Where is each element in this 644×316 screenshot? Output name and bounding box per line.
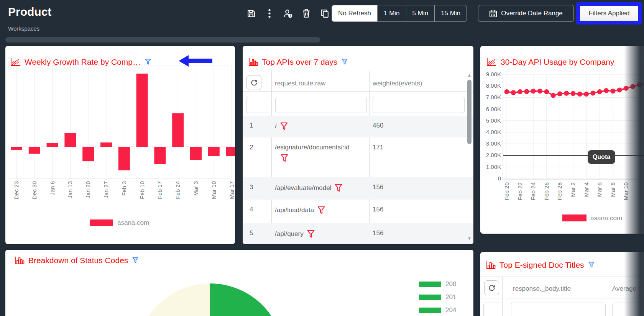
data-point[interactable] (524, 89, 529, 94)
data-point[interactable] (577, 92, 582, 97)
table-row[interactable]: 1/450 (243, 116, 473, 138)
data-point[interactable] (551, 93, 556, 98)
data-point[interactable] (604, 88, 609, 93)
column-header-doc-title[interactable]: response._body.title (513, 285, 571, 293)
filter-funnel-icon[interactable] (588, 261, 595, 269)
x-axis-label: Feb 24 (174, 181, 181, 199)
user-info-button[interactable]: i (282, 8, 294, 19)
filter-input[interactable] (511, 303, 606, 316)
bar-dec-23[interactable] (11, 147, 22, 150)
bar-feb-24[interactable] (172, 113, 184, 147)
filter-funnel-icon[interactable] (280, 154, 289, 163)
status-codes-legend: 200201204 (419, 280, 456, 316)
bar-dec-30[interactable] (29, 147, 40, 154)
workspaces-scrollbar[interactable] (5, 37, 320, 43)
filters-applied-button[interactable]: Filters Applied (580, 6, 638, 21)
filter-input-rank[interactable] (246, 97, 269, 113)
data-point[interactable] (511, 90, 516, 95)
data-point[interactable] (571, 91, 576, 96)
data-point[interactable] (518, 89, 522, 94)
column-header-average[interactable]: Average (612, 285, 636, 293)
bar-feb-3[interactable] (118, 147, 130, 170)
data-point[interactable] (564, 91, 569, 96)
filter-funnel-icon[interactable] (334, 183, 343, 193)
refresh-option-no-refresh[interactable]: No Refresh (332, 5, 377, 21)
table-refresh-button[interactable] (246, 75, 261, 90)
filter-funnel-icon[interactable] (145, 58, 151, 66)
data-point[interactable] (624, 86, 629, 91)
data-point[interactable] (544, 89, 549, 94)
api-usage-line-chart[interactable]: 9.00K8.00K7.00K6.00K5.00K4.00K3.00K2.00K… (480, 46, 644, 234)
bar-chart-icon (486, 260, 496, 270)
data-point[interactable] (610, 88, 615, 93)
delete-button[interactable] (301, 8, 312, 19)
filter-input[interactable] (612, 303, 644, 316)
weekly-growth-bar-chart[interactable]: Dec 23Dec 30Jan 6Jan 13Jan 20Jan 27Feb 3… (5, 46, 235, 244)
duplicate-button[interactable] (319, 8, 330, 19)
bar-mar-3[interactable] (190, 147, 202, 160)
workspaces-label[interactable]: Workspaces (8, 25, 39, 32)
legend-item[interactable]: 201 (419, 293, 456, 301)
legend-item[interactable]: 204 (419, 306, 456, 314)
quota-badge: Quota (588, 150, 615, 164)
refresh-option-1-min[interactable]: 1 Min (377, 5, 406, 21)
data-point[interactable] (504, 89, 509, 94)
scrollbar-up-arrow[interactable]: ▲ (467, 73, 472, 77)
data-point[interactable] (557, 91, 562, 96)
filter-input[interactable] (483, 303, 503, 316)
weighted-events-cell: 156 (369, 200, 473, 213)
filter-input-route[interactable] (275, 97, 367, 113)
refresh-option-5-min[interactable]: 5 Min (406, 5, 435, 21)
scrollbar-thumb[interactable] (467, 80, 472, 144)
data-point[interactable] (590, 91, 595, 96)
route-cell: /api/query (271, 223, 369, 239)
filter-funnel-icon[interactable] (317, 206, 325, 215)
bar-feb-17[interactable] (154, 147, 166, 164)
y-axis-label: 1.00K (486, 164, 501, 170)
kebab-menu-button[interactable] (264, 8, 275, 19)
table-row[interactable]: 3/api/evaluate/model156 (243, 177, 473, 200)
table-row[interactable]: 5/api/query156 (243, 223, 473, 244)
data-point[interactable] (531, 88, 536, 93)
calendar-icon (489, 10, 497, 18)
panel-title-status-codes: Breakdown of Status Codes (28, 256, 128, 265)
bar-mar-10[interactable] (208, 147, 220, 156)
override-date-range-button[interactable]: Override Date Range (478, 5, 574, 22)
data-point[interactable] (537, 88, 542, 93)
weighted-events-cell: 171 (369, 138, 473, 151)
save-button[interactable] (245, 8, 257, 19)
bar-mar-17[interactable] (226, 147, 235, 156)
bar-feb-10[interactable] (136, 74, 148, 147)
bar-jan-13[interactable] (64, 133, 76, 147)
status-codes-pie-chart[interactable] (136, 283, 284, 316)
refresh-option-15-min[interactable]: 15 Min (434, 5, 467, 21)
data-point[interactable] (597, 89, 602, 94)
legend-swatch (419, 282, 441, 287)
filter-funnel-icon[interactable] (341, 58, 348, 66)
override-date-range-label: Override Date Range (501, 10, 563, 17)
y-axis-label: 3.00K (486, 140, 501, 147)
data-point[interactable] (637, 82, 642, 87)
rank-cell: 5 (243, 223, 271, 237)
column-header-weighted[interactable]: weighted(events) (373, 80, 422, 87)
table-refresh-button[interactable] (484, 280, 499, 295)
bar-jan-6[interactable] (47, 143, 58, 147)
bar-jan-27[interactable] (100, 142, 112, 147)
x-axis-label: Mar 4 (583, 182, 590, 197)
filter-funnel-icon[interactable] (132, 257, 139, 264)
table-row[interactable]: 4/api/load/data156 (243, 200, 473, 223)
data-point[interactable] (617, 87, 622, 92)
y-axis-label: 6.00K (486, 106, 501, 112)
filter-funnel-icon[interactable] (280, 122, 288, 131)
data-point[interactable] (630, 84, 635, 89)
table-row[interactable]: 2/esignature/documents/:id171 (243, 138, 473, 177)
column-header-route[interactable]: request.route.raw (275, 80, 325, 87)
filter-funnel-icon[interactable] (307, 229, 315, 239)
data-point[interactable] (584, 92, 589, 97)
scrollbar-down-arrow[interactable]: ▼ (467, 236, 472, 241)
filter-input-weighted[interactable] (373, 97, 465, 113)
legend-item[interactable]: 200 (419, 280, 456, 288)
bar-jan-20[interactable] (82, 147, 94, 161)
x-axis-label: Mar 3 (192, 181, 199, 196)
x-axis-label: Feb 24 (530, 182, 536, 200)
